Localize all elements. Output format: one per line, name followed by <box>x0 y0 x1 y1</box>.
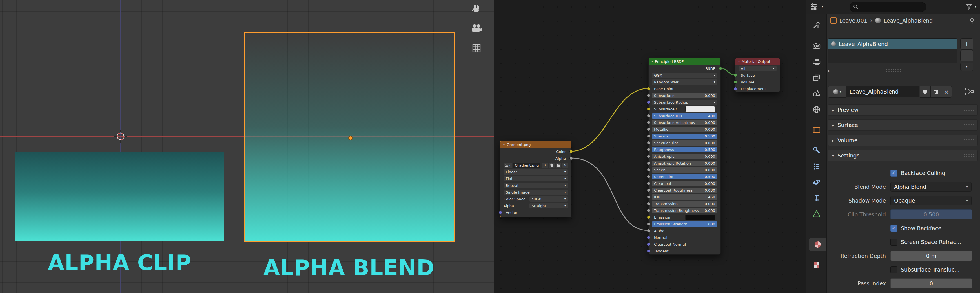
tab-output[interactable] <box>810 56 823 69</box>
search-box[interactable] <box>850 2 926 12</box>
input-socket[interactable] <box>647 202 650 205</box>
setting-dropdown[interactable]: Opaque <box>890 196 972 205</box>
node-row[interactable]: Normal <box>649 234 721 241</box>
alpha-clip-label[interactable]: ALPHA CLIP <box>16 250 224 275</box>
collapse-chevron-icon[interactable] <box>651 60 653 63</box>
panel-drag-grip[interactable] <box>963 123 974 127</box>
node-row[interactable]: Roughness 0.500 <box>649 146 721 153</box>
alpha-output-socket[interactable] <box>570 157 573 160</box>
image-name-field[interactable]: Gradient.png <box>513 162 541 168</box>
tab-object-data[interactable] <box>810 207 823 220</box>
node-row[interactable]: Sheen 0.000 <box>649 167 721 173</box>
users-count-badge[interactable]: 3 <box>542 162 548 168</box>
setting-number-field[interactable]: 0 <box>890 279 972 288</box>
panel-settings[interactable]: Settings <box>828 150 978 161</box>
setting-checkbox[interactable] <box>890 170 897 177</box>
color-swatch[interactable] <box>685 215 715 220</box>
interpolation-dropdown[interactable]: Linear <box>500 169 571 175</box>
node-row[interactable]: Emission Strength 1.000 <box>649 221 721 227</box>
fake-user-button[interactable] <box>549 162 555 168</box>
unlink-material-button[interactable]: × <box>941 86 952 98</box>
tab-world[interactable] <box>810 103 823 116</box>
link-alpha-to-alpha[interactable] <box>571 158 648 231</box>
source-dropdown[interactable]: Single Image <box>500 189 571 196</box>
node-row[interactable]: Base Color <box>649 85 721 92</box>
principled-bsdf-node[interactable]: Principled BSDF BSDF <box>648 57 721 255</box>
open-image-button[interactable] <box>556 162 561 168</box>
pin-icon[interactable] <box>969 18 975 24</box>
unlink-image-button[interactable]: × <box>562 162 568 168</box>
node-row[interactable]: Clearcoat 0.000 <box>649 180 721 187</box>
material-slot-list[interactable]: Leave_AlphaBlend <box>828 38 958 63</box>
input-socket[interactable] <box>647 114 650 118</box>
copy-material-button[interactable] <box>931 86 941 98</box>
setting-checkbox[interactable] <box>890 266 897 273</box>
list-expand-button[interactable] <box>828 68 830 73</box>
link-bsdf-to-surface[interactable] <box>720 68 735 75</box>
slot-specials-button[interactable] <box>960 62 973 71</box>
node-row[interactable]: Metallic 0.000 <box>649 126 721 133</box>
viewport-3d[interactable]: ALPHA CLIP ALPHA BLEND <box>0 0 494 293</box>
filter-funnel-icon[interactable] <box>966 4 972 10</box>
node-row[interactable]: Clearcoat Roughness 0.030 <box>649 187 721 194</box>
color-swatch[interactable] <box>685 107 715 112</box>
input-socket[interactable] <box>647 141 650 145</box>
tab-render[interactable] <box>810 40 823 53</box>
tab-view-layer[interactable] <box>810 71 823 84</box>
panel-preview[interactable]: Preview <box>828 104 978 116</box>
volume-input-socket[interactable] <box>734 80 737 84</box>
node-row[interactable]: Random Walk <box>649 79 721 85</box>
input-socket[interactable] <box>647 87 650 91</box>
input-socket[interactable] <box>647 229 650 232</box>
editor-type-chevron-icon[interactable] <box>822 5 823 8</box>
input-socket[interactable] <box>647 182 650 185</box>
plane-alpha-clip-object[interactable] <box>16 152 224 240</box>
collapse-chevron-icon[interactable] <box>738 60 740 63</box>
tab-tool[interactable] <box>810 19 823 32</box>
tab-texture[interactable] <box>810 259 823 272</box>
breadcrumb-material[interactable]: Leave_AlphaBlend <box>884 18 933 24</box>
shader-node-editor[interactable]: Gradient.png Color Alpha G <box>494 0 807 293</box>
collapse-chevron-icon[interactable] <box>503 143 505 146</box>
vector-input-socket[interactable] <box>499 211 502 214</box>
browse-material-button[interactable] <box>828 86 846 98</box>
tab-physics[interactable] <box>810 175 823 188</box>
surface-input-socket[interactable] <box>734 73 737 77</box>
node-row[interactable]: Subsurface Radius <box>649 99 721 106</box>
setting-dropdown[interactable]: Alpha Blend <box>890 182 972 191</box>
principled-node-header[interactable]: Principled BSDF <box>649 58 721 65</box>
material-slot-selected[interactable]: Leave_AlphaBlend <box>828 38 957 49</box>
setting-checkbox[interactable] <box>890 239 897 246</box>
node-row[interactable]: BSDF <box>649 65 721 72</box>
node-row[interactable]: Alpha <box>649 227 721 234</box>
node-row[interactable]: Sheen Tint 0.500 <box>649 173 721 180</box>
input-socket[interactable] <box>647 161 650 165</box>
panel-surface[interactable]: Surface <box>828 119 978 131</box>
input-socket[interactable] <box>647 215 650 219</box>
search-input[interactable] <box>861 4 910 10</box>
node-row[interactable]: GGX <box>649 72 721 79</box>
panel-drag-grip[interactable] <box>963 154 974 157</box>
add-material-slot-button[interactable]: + <box>960 38 973 49</box>
output-node-header[interactable]: Material Output <box>735 58 780 65</box>
input-socket[interactable] <box>647 236 650 239</box>
extension-dropdown[interactable]: Repeat <box>500 182 571 189</box>
input-socket[interactable] <box>647 107 650 111</box>
tab-constraints[interactable] <box>810 191 823 204</box>
node-row[interactable]: Anisotropic Rotation 0.000 <box>649 160 721 167</box>
node-row[interactable]: Specular 0.500 <box>649 133 721 139</box>
input-socket[interactable] <box>647 175 650 178</box>
node-row[interactable]: Subsurface IOR 1.400 <box>649 112 721 119</box>
image-texture-node[interactable]: Gradient.png Color Alpha G <box>500 140 571 218</box>
material-name-field[interactable]: Leave_AlphaBlend <box>846 86 919 97</box>
node-row[interactable]: Emission <box>649 214 721 221</box>
input-socket[interactable] <box>647 168 650 172</box>
projection-dropdown[interactable]: Flat <box>500 175 571 182</box>
color-output-socket[interactable] <box>570 150 573 153</box>
input-socket[interactable] <box>647 134 650 138</box>
output-socket[interactable] <box>719 67 722 70</box>
colorspace-dropdown[interactable]: sRGB <box>530 196 568 202</box>
link-color-to-basecolor[interactable] <box>571 88 648 151</box>
tab-modifiers[interactable] <box>810 144 823 157</box>
input-socket[interactable] <box>647 195 650 199</box>
